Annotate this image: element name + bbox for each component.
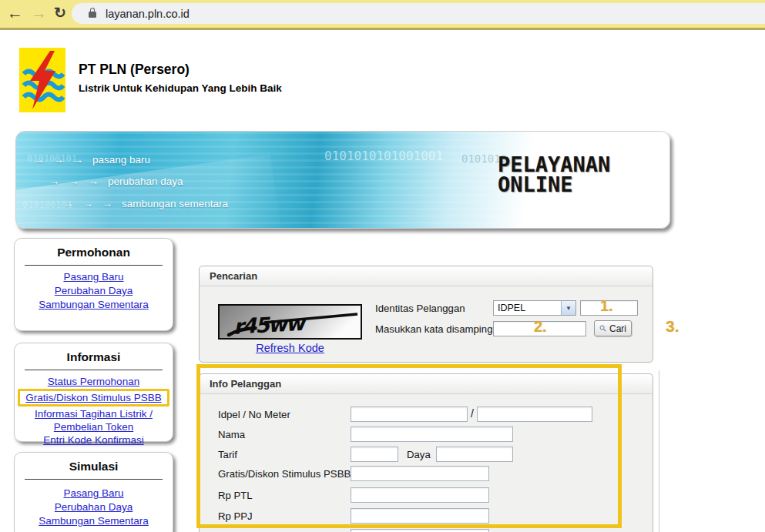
identity-type-select[interactable]: IDPEL ▼ (493, 300, 576, 316)
identity-label: Identitas Pelanggan (375, 303, 465, 314)
arrows-icon: → → → (63, 198, 116, 209)
arrows-icon: → → → (34, 154, 86, 166)
captcha-word-label: Masukkan kata disamping: (375, 323, 495, 335)
banner-item-label[interactable]: perubahan daya (108, 176, 183, 187)
sidebar-item-entri-kode-konfirmasi[interactable]: Entri Kode Konfirmasi (15, 433, 173, 447)
chevron-down-icon[interactable]: ▼ (561, 301, 575, 315)
arrows-icon: → → → (49, 176, 102, 187)
identity-type-value: IDPEL (494, 303, 561, 313)
sidebar-item-pasang-baru[interactable]: Pasang Baru (15, 270, 173, 284)
divider (25, 370, 163, 370)
company-title: PT PLN (Persero) (79, 62, 190, 78)
sidebar-item-perubahan-daya[interactable]: Perubahan Daya (15, 284, 173, 298)
section-title: Informasi (15, 350, 173, 364)
divider (25, 265, 163, 266)
sidebar-section-simulasi: Simulasi Pasang Baru Perubahan Daya Samb… (14, 452, 173, 532)
sidebar-item-gratis-diskon-psbb[interactable]: Gratis/Diskon Stimulus PSBB (21, 391, 166, 404)
idpel-label: Idpel / No Meter (218, 409, 290, 420)
rp-ppn-input[interactable] (351, 529, 489, 532)
banner-link-perubahan-daya[interactable]: → → → perubahan daya (49, 176, 183, 187)
page: ← → ↻ layanan.pln.co.id PT PLN (Persero)… (0, 0, 765, 532)
rp-ppj-input[interactable] (351, 508, 489, 524)
annotation-step-2: 2. (534, 318, 547, 336)
refresh-captcha-link[interactable]: Refresh Kode (256, 342, 324, 354)
banner-item-label[interactable]: pasang baru (92, 154, 150, 166)
search-panel-title: Pencarian (210, 270, 257, 282)
tarif-input[interactable] (351, 447, 398, 462)
sidebar-item-info-tagihan-token[interactable]: Informasi Tagihan Listrik / Pembelian To… (15, 407, 173, 433)
divider (25, 479, 163, 480)
search-panel-header: Pencarian (200, 266, 653, 286)
rp-ppj-label: Rp PPJ (218, 510, 253, 522)
captcha-text: r45ww (233, 311, 307, 339)
browser-toolbar: ← → ↻ layanan.pln.co.id (0, 0, 765, 30)
banner-link-sambungan-sementara[interactable]: → → → sambungan sementara (63, 198, 228, 209)
sidebar-item-sambungan-sementara[interactable]: Sambungan Sementara (15, 298, 173, 312)
content-right-border (659, 370, 659, 532)
search-button[interactable]: Cari (594, 320, 632, 336)
annotation-step-3: 3. (666, 317, 679, 336)
banner-binary-texture: 0101010101001001 (324, 149, 443, 163)
company-tagline: Listrik Untuk Kehidupan Yang Lebih Baik (79, 82, 282, 94)
annotation-step-1: 1. (600, 297, 613, 315)
daya-label: Daya (407, 449, 431, 460)
section-title: Permohonan (15, 246, 173, 259)
sidebar-item-simulasi-perubahan-daya[interactable]: Perubahan Daya (15, 500, 173, 514)
pln-logo (19, 48, 65, 115)
sidebar-section-informasi: Informasi Status Permohonan Gratis/Disko… (14, 343, 173, 442)
magnifier-icon (599, 323, 606, 333)
customer-info-header: Info Pelanggan (200, 374, 653, 394)
rp-ptl-input[interactable] (351, 487, 489, 503)
reload-icon[interactable]: ↻ (54, 2, 66, 25)
hero-banner: 0101010101001001 0101010 010100101 01010… (15, 131, 670, 229)
banner-item-label[interactable]: sambungan sementara (122, 198, 228, 209)
nama-label: Nama (218, 429, 245, 440)
banner-caption: PELAYANAN ONLINE (498, 155, 610, 195)
gratis-diskon-label: Gratis/Diskon Stimulus PSBB (218, 468, 351, 480)
idpel-input[interactable] (351, 407, 468, 422)
customer-info-title: Info Pelanggan (210, 378, 281, 390)
address-bar[interactable]: layanan.pln.co.id (72, 3, 765, 24)
sidebar-item-status-permohonan[interactable]: Status Permohonan (15, 375, 173, 388)
forward-icon[interactable]: → (31, 2, 47, 25)
banner-link-pasang-baru[interactable]: → → → pasang baru (34, 154, 150, 166)
section-title: Simulasi (15, 460, 173, 473)
sidebar-item-simulasi-pasang-baru[interactable]: Pasang Baru (15, 487, 173, 500)
sidebar-section-permohonan: Permohonan Pasang Baru Perubahan Daya Sa… (14, 238, 173, 331)
daya-input[interactable] (436, 447, 513, 462)
nama-input[interactable] (351, 427, 513, 442)
annotation-highlight-box: Gratis/Diskon Stimulus PSBB (18, 389, 169, 407)
captcha-image: r45ww (218, 304, 362, 343)
gratis-diskon-input[interactable] (351, 466, 489, 481)
back-icon[interactable]: ← (7, 2, 23, 25)
rp-ptl-label: Rp PTL (218, 490, 253, 501)
lock-icon (89, 12, 96, 18)
tarif-label: Tarif (218, 449, 237, 460)
sidebar-item-simulasi-sambungan-sementara[interactable]: Sambungan Sementara (15, 514, 173, 528)
search-button-label: Cari (609, 323, 626, 334)
idpel-separator: / (471, 407, 474, 420)
no-meter-input[interactable] (477, 407, 592, 422)
url-text[interactable]: layanan.pln.co.id (106, 8, 190, 20)
